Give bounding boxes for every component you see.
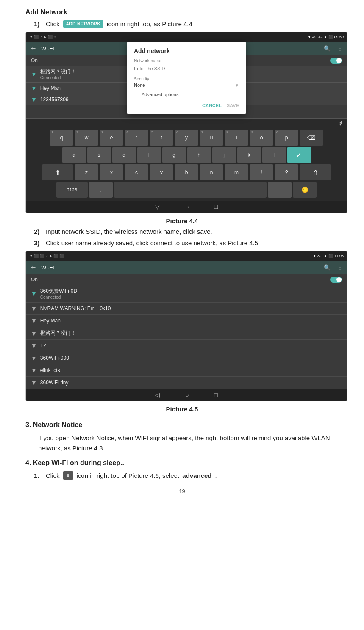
wifi-item-info: 360WiFi-tiny	[40, 380, 69, 386]
keyboard-top-bar: 🎙	[26, 119, 347, 128]
key-t[interactable]: 5t	[150, 130, 173, 146]
key-l[interactable]: l	[262, 147, 286, 163]
wifi-toggle-row-45: On	[26, 274, 347, 285]
key-m[interactable]: m	[225, 164, 248, 180]
menu-button[interactable]: ≡	[63, 471, 73, 480]
wifi-item-nvram[interactable]: ▼ NVRAM WARNING: Err = 0x10	[26, 303, 347, 315]
key-x[interactable]: x	[100, 164, 123, 180]
step-1-text-pre: Click	[46, 20, 60, 28]
key-period[interactable]: .	[268, 182, 292, 198]
page-number: 19	[25, 488, 339, 494]
key-h[interactable]: h	[187, 147, 211, 163]
more-icon[interactable]: ⋮	[337, 45, 343, 52]
wifi-item-orange[interactable]: ▼ 橙路网？没门！	[26, 327, 347, 340]
wifi-signal-icon: ▼	[31, 367, 37, 374]
wifi-item-heyman[interactable]: ▼ Hey Man	[26, 315, 347, 327]
key-e[interactable]: 3e	[100, 130, 123, 146]
key-o[interactable]: 9o	[250, 130, 273, 146]
keyboard: 1q 2w 3e 4r 5t 6y 7u 8i 9o 0p ⌫ a s d f …	[26, 128, 347, 201]
wifi-item-360-000[interactable]: ▼ 360WiFi-000	[26, 352, 347, 364]
advanced-options-row[interactable]: Advanced options	[134, 92, 239, 97]
wifi-name: 橙路网？没门！	[40, 330, 76, 337]
wifi-name: 360WiFi-000	[40, 355, 69, 361]
advanced-label: Advanced options	[142, 92, 178, 97]
key-q[interactable]: 1q	[50, 130, 73, 146]
key-y[interactable]: 6y	[175, 130, 198, 146]
key-c[interactable]: c	[125, 164, 148, 180]
key-shift-left[interactable]: ⇑	[42, 164, 73, 180]
wifi-item-info: NVRAM WARNING: Err = 0x10	[40, 305, 111, 311]
search-icon-45[interactable]: 🔍	[324, 264, 331, 271]
section-3: 3. Network Notice If you open Network No…	[25, 421, 339, 453]
key-b[interactable]: b	[175, 164, 198, 180]
wifi-toggle-45[interactable]	[330, 277, 342, 283]
key-r[interactable]: 4r	[125, 130, 148, 146]
nav-recent-icon-45[interactable]: □	[214, 391, 218, 398]
on-label-45: On	[31, 277, 38, 283]
key-shift-right[interactable]: ⇑	[300, 164, 331, 180]
key-comma[interactable]: ,	[89, 182, 113, 198]
key-emoji[interactable]: 🙂	[293, 182, 317, 198]
wifi-item-info: elink_cts	[40, 367, 60, 373]
wifi-item-360[interactable]: ▼ 360免费WiFi-0D Connected	[26, 285, 347, 303]
key-n[interactable]: n	[200, 164, 223, 180]
section-4-title: 4. Keep WI-FI on during sleep..	[25, 459, 339, 467]
key-enter[interactable]: ✓	[287, 147, 311, 163]
key-i[interactable]: 8i	[225, 130, 248, 146]
key-g[interactable]: g	[162, 147, 186, 163]
key-num-toggle[interactable]: ?123	[56, 182, 88, 198]
wifi-item-tz[interactable]: ▼ TZ	[26, 340, 347, 352]
wifi-item-elink[interactable]: ▼ elink_cts	[26, 364, 347, 377]
key-v[interactable]: v	[150, 164, 173, 180]
back-icon-45[interactable]: ←	[30, 264, 37, 271]
wifi-signal-icon: ▼	[31, 71, 37, 78]
on-label: On	[31, 58, 38, 64]
wifi-item-360-tiny[interactable]: ▼ 360WiFi-tiny	[26, 377, 347, 389]
nav-home-icon[interactable]: ○	[185, 203, 189, 210]
key-s[interactable]: s	[87, 147, 111, 163]
step-1-text-post: icon in right top, as Picture 4.4	[107, 20, 192, 28]
cancel-button[interactable]: CANCEL	[202, 103, 222, 108]
section-4-step-number: 1.	[34, 472, 42, 479]
key-a[interactable]: a	[62, 147, 86, 163]
step-3: 3) Click user name already saved, click …	[34, 239, 339, 247]
wifi-signal-icon: ▼	[31, 317, 37, 324]
more-icon-45[interactable]: ⋮	[337, 264, 343, 271]
nav-home-icon-45[interactable]: ○	[185, 391, 189, 398]
key-exclaim[interactable]: !	[250, 164, 273, 180]
key-j[interactable]: j	[212, 147, 236, 163]
caption-44: Picture 4.4	[25, 217, 339, 225]
key-p[interactable]: 0p	[275, 130, 298, 146]
key-k[interactable]: k	[237, 147, 261, 163]
ssid-input[interactable]	[134, 65, 239, 72]
wifi-toggle-switch[interactable]	[330, 58, 342, 64]
advanced-checkbox[interactable]	[134, 92, 139, 97]
save-button[interactable]: SAVE	[227, 103, 239, 108]
add-network-button[interactable]: ADD NETWORK	[63, 20, 104, 28]
key-f[interactable]: f	[137, 147, 161, 163]
statusbar-right: ▼ 4G 4G▲ ⬛ 09:50	[308, 35, 344, 39]
nav-back-icon-45[interactable]: ◁	[155, 391, 160, 398]
wifi-signal-icon: ▼	[31, 85, 37, 92]
key-question[interactable]: ?	[275, 164, 298, 180]
key-delete[interactable]: ⌫	[300, 130, 323, 146]
microphone-icon[interactable]: 🎙	[338, 120, 344, 127]
search-icon[interactable]: 🔍	[324, 45, 331, 52]
wifi-item-info: Hey Man	[40, 318, 61, 324]
step-2-text: Input network SSID, the wireless network…	[46, 228, 212, 235]
key-d[interactable]: d	[112, 147, 136, 163]
statusbar-44: ▼ ⬛ ? ▲ ⬛ ⊕ ▼ 4G 4G▲ ⬛ 09:50	[26, 32, 347, 42]
key-z[interactable]: z	[75, 164, 98, 180]
wifi-title-45: Wi-Fi	[41, 264, 320, 271]
key-w[interactable]: 2w	[75, 130, 98, 146]
key-u[interactable]: 7u	[200, 130, 223, 146]
wifi-signal-icon: ▼	[31, 379, 37, 386]
key-space[interactable]	[114, 182, 267, 198]
section-3-title: 3. Network Notice	[25, 421, 339, 429]
security-row: None ▼	[134, 83, 239, 88]
nav-recent-icon[interactable]: □	[214, 203, 218, 210]
nav-back-icon[interactable]: ▽	[155, 203, 160, 210]
wifi-status: Connected	[40, 295, 77, 300]
step-1: 1) Click ADD NETWORK icon in right top, …	[34, 20, 339, 28]
back-icon[interactable]: ←	[30, 44, 37, 52]
